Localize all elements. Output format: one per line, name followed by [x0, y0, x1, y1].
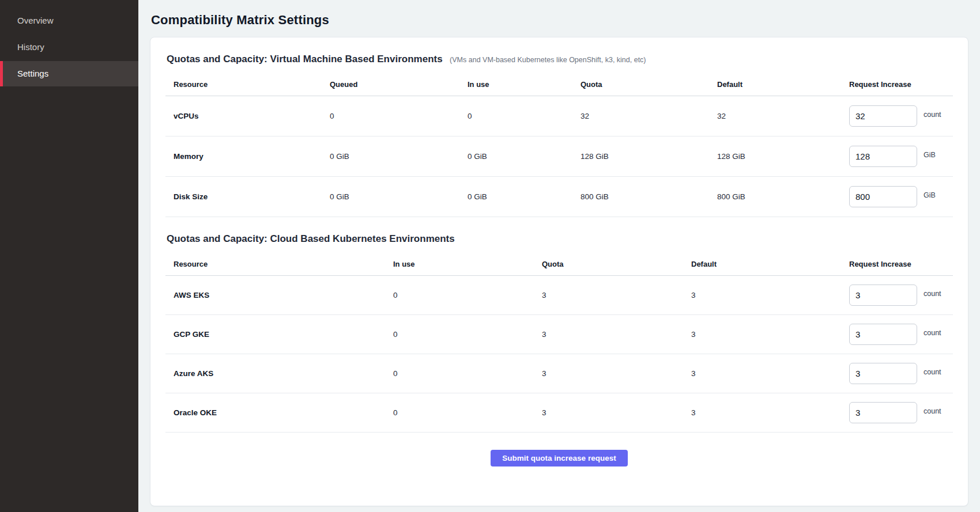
page-title: Compatibility Matrix Settings — [151, 13, 968, 28]
request-increase-cell: count — [849, 363, 945, 384]
submit-area: Submit quota increase request — [165, 450, 953, 467]
request-increase-cell: count — [849, 285, 945, 306]
cell-queued: 0 — [330, 112, 468, 120]
table-row-memory: Memory 0 GiB 0 GiB 128 GiB 128 GiB GiB — [165, 136, 953, 177]
column-header-default: Default — [691, 260, 849, 268]
unit-label: GiB — [924, 191, 936, 199]
unit-label: count — [924, 111, 941, 119]
cell-queued: 0 GiB — [330, 192, 468, 201]
quota-settings-card: Quotas and Capacity: Virtual Machine Bas… — [150, 37, 968, 506]
cell-in-use: 0 — [393, 408, 542, 417]
sidebar-item-overview[interactable]: Overview — [0, 8, 138, 33]
cell-default: 3 — [691, 408, 849, 417]
table-row-oracle-oke: Oracle OKE 0 3 3 count — [165, 393, 953, 433]
cell-in-use: 0 — [393, 369, 542, 378]
table-row-disk-size: Disk Size 0 GiB 0 GiB 800 GiB 800 GiB Gi… — [165, 177, 953, 217]
column-header-resource: Resource — [174, 80, 330, 89]
cell-quota: 3 — [542, 369, 691, 378]
column-header-resource: Resource — [174, 260, 393, 268]
table-row-vcpus: vCPUs 0 0 32 32 count — [165, 96, 953, 136]
unit-label: count — [924, 290, 941, 298]
resource-label: GCP GKE — [174, 330, 393, 339]
submit-quota-request-button[interactable]: Submit quota increase request — [491, 450, 627, 467]
unit-label: GiB — [924, 151, 936, 159]
table-row-gcp-gke: GCP GKE 0 3 3 count — [165, 315, 953, 354]
cell-default: 3 — [691, 369, 849, 378]
sidebar-item-history[interactable]: History — [0, 35, 138, 60]
column-header-default: Default — [717, 80, 849, 89]
vm-table-header-row: Resource Queued In use Quota Default Req… — [165, 73, 953, 96]
column-header-request-increase: Request Increase — [849, 260, 945, 268]
request-increase-cell: GiB — [849, 146, 945, 167]
column-header-quota: Quota — [581, 80, 717, 89]
request-increase-cell: count — [849, 402, 945, 423]
request-increase-cell: count — [849, 105, 945, 127]
cell-in-use: 0 — [468, 112, 581, 120]
resource-label: Oracle OKE — [174, 408, 393, 417]
oracle-oke-request-input[interactable] — [849, 402, 917, 423]
resource-label: Azure AKS — [174, 369, 393, 378]
request-increase-cell: GiB — [849, 186, 945, 207]
vcpus-request-input[interactable] — [849, 105, 917, 127]
cell-in-use: 0 — [393, 291, 542, 299]
cell-in-use: 0 GiB — [468, 152, 581, 161]
unit-label: count — [924, 407, 941, 415]
sidebar: Overview History Settings — [0, 0, 138, 512]
column-header-in-use: In use — [393, 260, 542, 268]
cell-default: 128 GiB — [717, 152, 849, 161]
cell-in-use: 0 GiB — [468, 192, 581, 201]
unit-label: count — [924, 368, 941, 376]
resource-label: vCPUs — [174, 112, 330, 120]
vm-section-subtitle: (VMs and VM-based Kubernetes like OpenSh… — [450, 56, 646, 64]
aws-eks-request-input[interactable] — [849, 285, 917, 306]
main-content: Compatibility Matrix Settings Quotas and… — [138, 0, 980, 512]
cell-in-use: 0 — [393, 330, 542, 339]
table-row-aws-eks: AWS EKS 0 3 3 count — [165, 276, 953, 315]
cell-default: 800 GiB — [717, 192, 849, 201]
sidebar-nav: Overview History Settings — [0, 8, 138, 86]
cloud-section-header: Quotas and Capacity: Cloud Based Kuberne… — [167, 233, 953, 245]
column-header-queued: Queued — [330, 80, 468, 89]
azure-aks-request-input[interactable] — [849, 363, 917, 384]
cell-default: 3 — [691, 330, 849, 339]
resource-label: Disk Size — [174, 192, 330, 201]
cloud-section-title: Quotas and Capacity: Cloud Based Kuberne… — [167, 233, 455, 244]
resource-label: AWS EKS — [174, 291, 393, 299]
column-header-request-increase: Request Increase — [849, 80, 945, 89]
cell-quota: 800 GiB — [581, 192, 717, 201]
cloud-quota-table: Resource In use Quota Default Request In… — [165, 253, 953, 433]
gcp-gke-request-input[interactable] — [849, 324, 917, 345]
app-window: Overview History Settings Compatibility … — [0, 0, 980, 512]
cloud-table-header-row: Resource In use Quota Default Request In… — [165, 253, 953, 276]
memory-request-input[interactable] — [849, 146, 917, 167]
column-header-in-use: In use — [468, 80, 581, 89]
cell-quota: 32 — [581, 112, 717, 120]
vm-quota-table: Resource Queued In use Quota Default Req… — [165, 73, 953, 217]
resource-label: Memory — [174, 152, 330, 161]
unit-label: count — [924, 329, 941, 337]
cell-quota: 3 — [542, 408, 691, 417]
cell-quota: 3 — [542, 291, 691, 299]
cell-quota: 3 — [542, 330, 691, 339]
cell-quota: 128 GiB — [581, 152, 717, 161]
vm-section-title: Quotas and Capacity: Virtual Machine Bas… — [167, 54, 443, 65]
column-header-quota: Quota — [542, 260, 691, 268]
table-row-azure-aks: Azure AKS 0 3 3 count — [165, 354, 953, 393]
cell-queued: 0 GiB — [330, 152, 468, 161]
sidebar-item-settings[interactable]: Settings — [0, 61, 138, 86]
disk-size-request-input[interactable] — [849, 186, 917, 207]
cell-default: 3 — [691, 291, 849, 299]
vm-section-header: Quotas and Capacity: Virtual Machine Bas… — [167, 54, 953, 65]
request-increase-cell: count — [849, 324, 945, 345]
cell-default: 32 — [717, 112, 849, 120]
